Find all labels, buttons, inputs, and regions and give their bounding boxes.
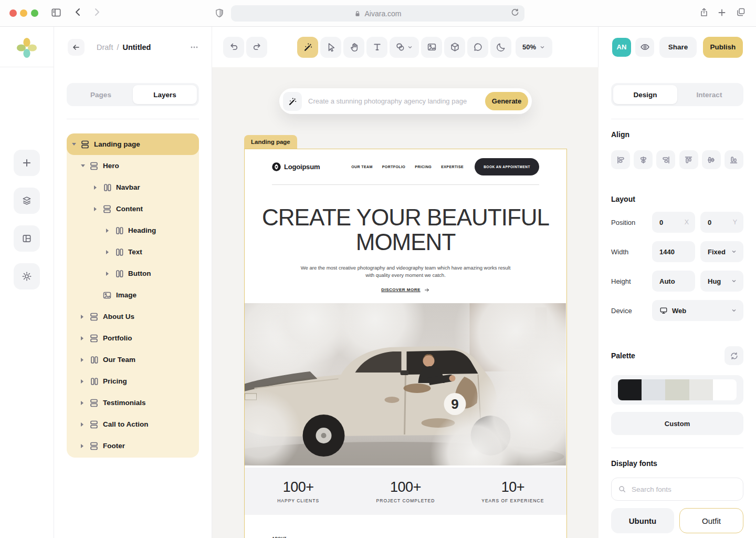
layer-row-navbar[interactable]: Navbar — [67, 177, 199, 198]
nav-link-expertise[interactable]: EXPERTISE — [441, 165, 464, 169]
width-mode-dropdown[interactable]: Fixed — [700, 241, 743, 262]
align-top-button[interactable] — [679, 150, 698, 169]
layer-row-our-team[interactable]: Our Team — [67, 349, 199, 370]
new-tab-icon[interactable] — [717, 8, 727, 17]
browser-forward-icon[interactable] — [91, 7, 102, 17]
align-right-button[interactable] — [656, 150, 675, 169]
palette-swatch[interactable] — [713, 379, 737, 400]
layer-row-about-us[interactable]: About Us — [67, 306, 199, 327]
add-button[interactable] — [14, 150, 40, 176]
generate-button[interactable]: Generate — [485, 92, 528, 110]
layer-row-hero[interactable]: Hero — [67, 155, 199, 177]
custom-palette-button[interactable]: Custom — [611, 412, 743, 435]
nav-link-pricing[interactable]: PRICING — [415, 165, 432, 169]
caret-right-icon[interactable] — [81, 315, 88, 319]
caret-right-icon[interactable] — [81, 358, 88, 362]
magic-wand-tool[interactable] — [297, 37, 318, 58]
privacy-shield-icon[interactable] — [214, 8, 225, 18]
align-center-vertical-button[interactable] — [702, 150, 721, 169]
position-y-input[interactable]: 0 Y — [700, 212, 743, 233]
caret-right-icon[interactable] — [81, 444, 88, 448]
font-option-outfit[interactable]: Outfit — [679, 508, 743, 533]
caret-right-icon[interactable] — [94, 207, 101, 211]
shape-tool[interactable] — [390, 37, 419, 58]
layer-row-portfolio[interactable]: Portfolio — [67, 327, 199, 349]
avatar[interactable]: AN — [612, 38, 631, 57]
palette-refresh-button[interactable] — [724, 346, 743, 365]
more-options-button[interactable] — [190, 43, 199, 52]
close-window-button[interactable] — [9, 9, 17, 17]
hand-tool[interactable] — [343, 37, 364, 58]
tab-design[interactable]: Design — [613, 85, 677, 104]
browser-back-icon[interactable] — [73, 7, 83, 17]
image-tool[interactable] — [421, 37, 442, 58]
redo-button[interactable] — [246, 37, 267, 58]
layer-row-testimonials[interactable]: Testimonials — [67, 392, 199, 413]
layer-row-button[interactable]: Button — [67, 263, 199, 284]
select-tool[interactable] — [320, 37, 341, 58]
breadcrumb-draft[interactable]: Draft — [97, 43, 113, 51]
3d-tool[interactable] — [444, 37, 465, 58]
palette-swatch[interactable] — [642, 379, 665, 400]
align-bottom-button[interactable] — [724, 150, 743, 169]
width-input[interactable]: 1440 — [652, 241, 695, 262]
caret-right-icon[interactable] — [81, 401, 88, 405]
caret-right-icon[interactable] — [106, 272, 113, 276]
tab-overview-icon[interactable] — [736, 7, 746, 17]
palette-swatch[interactable] — [665, 379, 689, 400]
nav-link-portfolio[interactable]: PORTFOLIO — [382, 165, 405, 169]
palette-swatch[interactable] — [689, 379, 713, 400]
layer-row-content[interactable]: Content — [67, 198, 199, 220]
browser-share-icon[interactable] — [699, 7, 709, 17]
discover-more-link[interactable]: DISCOVER MORE — [381, 287, 430, 293]
align-center-horizontal-button[interactable] — [634, 150, 653, 169]
device-dropdown[interactable]: Web — [652, 300, 743, 321]
caret-right-icon[interactable] — [106, 250, 113, 254]
tab-interact[interactable]: Interact — [677, 85, 741, 104]
comment-tool[interactable] — [467, 37, 488, 58]
caret-right-icon[interactable] — [81, 336, 88, 340]
palette-swatch[interactable] — [618, 379, 642, 400]
layer-row-landing-page[interactable]: Landing page — [67, 133, 199, 155]
undo-button[interactable] — [223, 37, 244, 58]
frame-tag[interactable]: Landing page — [244, 135, 297, 149]
caret-down-icon[interactable] — [72, 143, 79, 146]
sidebar-toggle-icon[interactable] — [50, 7, 62, 18]
align-left-button[interactable] — [611, 150, 630, 169]
font-search-input[interactable] — [611, 478, 743, 501]
height-mode-dropdown[interactable]: Hug — [700, 271, 743, 292]
preview-button[interactable] — [635, 38, 654, 57]
layout-panel-button[interactable] — [14, 225, 40, 252]
layers-panel-button[interactable] — [14, 188, 40, 214]
publish-button[interactable]: Publish — [703, 37, 743, 58]
font-option-ubuntu[interactable]: Ubuntu — [611, 508, 674, 533]
minimize-window-button[interactable] — [20, 9, 27, 17]
caret-right-icon[interactable] — [81, 422, 88, 427]
tab-pages[interactable]: Pages — [69, 85, 133, 104]
zoom-level-dropdown[interactable]: 50% — [516, 37, 552, 58]
layer-row-pricing[interactable]: Pricing — [67, 370, 199, 392]
prompt-input[interactable] — [308, 97, 485, 105]
page-title[interactable]: Untitled — [122, 43, 151, 51]
book-appointment-button[interactable]: BOOK AN APPOINTMENT — [475, 158, 539, 175]
caret-right-icon[interactable] — [106, 229, 113, 233]
back-button[interactable] — [68, 39, 85, 56]
nav-link-our-team[interactable]: OUR TEAM — [351, 165, 373, 169]
dark-mode-toggle[interactable] — [490, 37, 511, 58]
position-x-input[interactable]: 0 X — [652, 212, 695, 233]
layer-row-text[interactable]: Text — [67, 241, 199, 263]
caret-right-icon[interactable] — [94, 185, 101, 190]
address-bar[interactable]: Aivara.com — [231, 5, 524, 22]
app-logo[interactable] — [15, 36, 38, 59]
layer-row-call-to-action[interactable]: Call to Action — [67, 413, 199, 435]
tab-layers[interactable]: Layers — [133, 85, 197, 104]
settings-button[interactable] — [14, 263, 40, 289]
caret-right-icon[interactable] — [81, 379, 88, 384]
height-input[interactable]: Auto — [652, 271, 695, 292]
landing-page-frame[interactable]: Logoipsum OUR TEAM PORTFOLIO PRICING EXP… — [244, 149, 567, 538]
reload-icon[interactable] — [510, 8, 520, 17]
layer-row-image[interactable]: Image — [67, 284, 199, 306]
design-canvas[interactable]: Generate Landing page Lo — [212, 67, 598, 538]
layer-row-heading[interactable]: Heading — [67, 220, 199, 241]
caret-down-icon[interactable] — [81, 164, 88, 167]
